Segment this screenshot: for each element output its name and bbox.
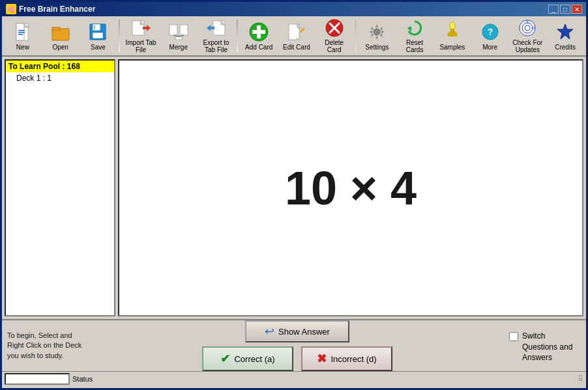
import-label: Import Tab File <box>125 39 157 53</box>
svg-rect-4 <box>18 32 25 33</box>
svg-rect-10 <box>93 33 103 38</box>
credits-label: Credits <box>555 44 576 51</box>
merge-icon <box>168 21 189 42</box>
samples-button[interactable]: Samples <box>434 18 471 54</box>
open-icon <box>50 21 71 42</box>
updates-icon <box>517 18 538 38</box>
svg-rect-24 <box>211 27 214 29</box>
bottom-center: ↩ Show Answer ✔ Correct (a) ✖ Incorrect … <box>91 320 504 371</box>
svg-marker-46 <box>557 24 573 39</box>
svg-rect-16 <box>169 25 177 35</box>
export-label: Export to Tab File <box>200 39 233 53</box>
updates-button[interactable]: Check For Updates <box>509 18 546 54</box>
svg-rect-27 <box>252 30 265 34</box>
reset-label: Reset Cards <box>398 39 431 53</box>
delete-card-label: Delete Card <box>318 39 351 53</box>
sep2 <box>237 20 238 52</box>
incorrect-label: Incorrect (d) <box>331 354 376 364</box>
more-label: More <box>482 44 497 51</box>
window-title: Free Brain Enhancer <box>19 5 95 14</box>
svg-marker-23 <box>207 25 211 31</box>
credits-button[interactable]: Credits <box>547 18 583 54</box>
svg-rect-15 <box>143 27 147 29</box>
updates-label: Check For Updates <box>511 39 544 53</box>
svg-rect-6 <box>52 29 69 40</box>
switch-label: Switch Questions and Answers <box>522 331 581 363</box>
settings-button[interactable]: Settings <box>359 18 395 54</box>
delete-card-icon <box>324 18 345 38</box>
bottom-panel: To begin, Select and Right Click on the … <box>2 319 586 371</box>
svg-rect-9 <box>93 24 100 31</box>
new-button[interactable]: New <box>5 18 41 54</box>
edit-card-icon <box>286 21 307 42</box>
app-icon: 🧠 <box>6 4 16 14</box>
new-label: New <box>16 44 29 51</box>
add-card-button[interactable]: Add Card <box>241 18 277 54</box>
more-button[interactable]: ? More <box>472 18 508 54</box>
correct-button[interactable]: ✔ Correct (a) <box>202 346 293 371</box>
incorrect-x-icon: ✖ <box>317 352 327 366</box>
svg-rect-30 <box>300 27 305 33</box>
svg-marker-14 <box>147 25 151 31</box>
status-text: Status <box>72 375 93 383</box>
correct-check-icon: ✔ <box>220 352 230 366</box>
open-button[interactable]: Open <box>42 18 79 54</box>
samples-icon <box>442 21 463 42</box>
reset-button[interactable]: Reset Cards <box>396 18 433 54</box>
samples-label: Samples <box>439 44 465 51</box>
settings-icon <box>366 21 387 42</box>
svg-text:?: ? <box>487 27 493 37</box>
switch-checkbox[interactable] <box>509 332 518 341</box>
open-label: Open <box>52 44 68 51</box>
help-text: To begin, Select and Right Click on the … <box>7 331 85 361</box>
export-icon <box>206 18 227 38</box>
import-icon <box>130 18 151 38</box>
maximize-button[interactable]: □ <box>560 5 570 14</box>
sidebar: To Learn Pool : 168 Deck 1 : 1 <box>5 59 115 316</box>
action-buttons: ✔ Correct (a) ✖ Incorrect (d) <box>202 346 392 371</box>
title-bar: 🧠 Free Brain Enhancer _ □ ✕ <box>2 2 586 16</box>
svg-rect-17 <box>180 25 188 35</box>
new-icon <box>12 21 33 42</box>
sep1 <box>119 20 120 52</box>
delete-card-button[interactable]: Delete Card <box>316 18 353 54</box>
save-icon <box>87 21 108 42</box>
show-answer-button[interactable]: ↩ Show Answer <box>245 320 349 342</box>
card-area: 10 × 4 <box>118 59 583 316</box>
deck-item[interactable]: Deck 1 : 1 <box>6 72 114 84</box>
svg-line-20 <box>179 35 184 36</box>
window-controls: _ □ ✕ <box>548 5 582 14</box>
show-answer-label: Show Answer <box>278 327 330 337</box>
close-button[interactable]: ✕ <box>572 5 582 14</box>
status-input[interactable] <box>5 373 70 385</box>
save-button[interactable]: Save <box>80 18 117 54</box>
credits-icon <box>555 21 576 42</box>
merge-button[interactable]: Merge <box>160 18 197 54</box>
reset-icon <box>404 18 425 38</box>
export-button[interactable]: Export to Tab File <box>198 18 235 54</box>
deck-label: Deck 1 : 1 <box>16 74 51 83</box>
sep3 <box>355 20 357 52</box>
more-icon: ? <box>480 21 501 42</box>
svg-rect-18 <box>175 36 182 40</box>
card-content: 10 × 4 <box>285 161 417 215</box>
svg-point-35 <box>374 29 380 35</box>
add-card-icon <box>248 21 269 42</box>
correct-label: Correct (a) <box>234 354 274 364</box>
pool-item[interactable]: To Learn Pool : 168 <box>6 61 114 72</box>
edit-card-button[interactable]: Edit Card <box>278 18 315 54</box>
minimize-button[interactable]: _ <box>548 5 559 14</box>
svg-line-19 <box>173 35 179 36</box>
edit-card-label: Edit Card <box>283 44 310 51</box>
incorrect-button[interactable]: ✖ Incorrect (d) <box>301 346 392 371</box>
svg-rect-11 <box>94 25 95 29</box>
undo-icon: ↩ <box>265 324 274 339</box>
main-content: To Learn Pool : 168 Deck 1 : 1 10 × 4 <box>2 57 586 319</box>
import-button[interactable]: Import Tab File <box>123 18 159 54</box>
save-label: Save <box>91 44 106 51</box>
svg-rect-5 <box>18 34 23 35</box>
status-bar: Status ⠿ <box>2 371 586 385</box>
resize-grip: ⠿ <box>578 374 583 383</box>
switch-control: Switch Questions and Answers <box>509 328 581 363</box>
merge-label: Merge <box>169 44 188 51</box>
